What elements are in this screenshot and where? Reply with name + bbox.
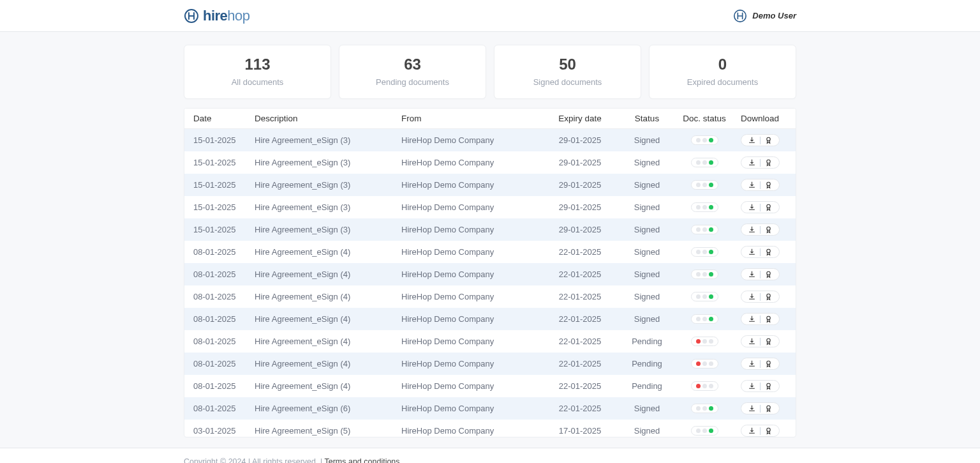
svg-point-10 [766, 316, 769, 319]
col-header-status[interactable]: Status [618, 114, 676, 123]
table-row[interactable]: 03-01-2025 Hire Agreement_eSign (5) Hire… [184, 420, 796, 437]
download-button[interactable] [741, 246, 780, 258]
col-header-date[interactable]: Date [193, 114, 255, 123]
brand-logo[interactable]: hirehop [184, 8, 250, 24]
cell-description: Hire Agreement_eSign (5) [255, 426, 401, 436]
col-header-description[interactable]: Description [255, 114, 401, 123]
download-button[interactable] [741, 380, 780, 392]
table-row[interactable]: 08-01-2025 Hire Agreement_eSign (4) Hire… [184, 330, 796, 353]
table-row[interactable]: 08-01-2025 Hire Agreement_eSign (6) Hire… [184, 397, 796, 420]
download-button[interactable] [741, 291, 780, 303]
table-row[interactable]: 15-01-2025 Hire Agreement_eSign (3) Hire… [184, 218, 796, 241]
cell-from: HireHop Demo Company [401, 337, 542, 346]
svg-point-14 [766, 406, 769, 409]
cell-date: 03-01-2025 [193, 426, 255, 436]
cell-date: 15-01-2025 [193, 180, 255, 190]
cell-docstatus [676, 404, 733, 413]
download-button[interactable] [741, 335, 780, 347]
stat-card[interactable]: 0 Expired documents [649, 45, 796, 99]
svg-point-6 [766, 227, 769, 230]
download-button[interactable] [741, 224, 780, 236]
cell-status: Signed [618, 404, 676, 413]
col-header-docstatus[interactable]: Doc. status [676, 114, 733, 123]
table-row[interactable]: 08-01-2025 Hire Agreement_eSign (4) Hire… [184, 375, 796, 397]
cell-status: Signed [618, 135, 676, 145]
stat-card[interactable]: 113 All documents [184, 45, 331, 99]
col-header-expiry[interactable]: Expiry date [542, 114, 618, 123]
cell-description: Hire Agreement_eSign (3) [255, 180, 401, 190]
cell-status: Signed [618, 426, 676, 436]
certificate-icon [764, 360, 773, 368]
status-dots [691, 292, 718, 301]
svg-point-15 [766, 428, 769, 431]
table-row[interactable]: 15-01-2025 Hire Agreement_eSign (3) Hire… [184, 129, 796, 151]
status-dots [691, 314, 718, 324]
user-name: Demo User [752, 11, 796, 20]
stat-value: 50 [501, 56, 634, 73]
terms-link[interactable]: Terms and conditions [324, 457, 399, 463]
cell-date: 08-01-2025 [193, 404, 255, 413]
download-icon [748, 203, 756, 211]
download-button[interactable] [741, 201, 780, 213]
table-row[interactable]: 08-01-2025 Hire Agreement_eSign (4) Hire… [184, 353, 796, 375]
table-row[interactable]: 08-01-2025 Hire Agreement_eSign (4) Hire… [184, 285, 796, 308]
svg-point-12 [766, 361, 769, 364]
cell-docstatus [676, 381, 733, 391]
cell-status: Pending [618, 337, 676, 346]
download-button[interactable] [741, 402, 780, 414]
table-row[interactable]: 08-01-2025 Hire Agreement_eSign (4) Hire… [184, 241, 796, 263]
cell-date: 15-01-2025 [193, 225, 255, 234]
cell-from: HireHop Demo Company [401, 225, 542, 234]
table-row[interactable]: 15-01-2025 Hire Agreement_eSign (3) Hire… [184, 174, 796, 196]
download-icon [748, 292, 756, 301]
download-button[interactable] [741, 134, 780, 146]
certificate-icon [764, 136, 773, 144]
stat-label: All documents [191, 77, 324, 87]
cell-description: Hire Agreement_eSign (4) [255, 314, 401, 324]
download-icon [748, 360, 756, 368]
certificate-icon [764, 248, 773, 256]
col-header-from[interactable]: From [401, 114, 542, 123]
table-row[interactable]: 08-01-2025 Hire Agreement_eSign (4) Hire… [184, 263, 796, 285]
footer-copyright: Copyright © 2024 | All rights reserved. … [184, 457, 324, 463]
download-button[interactable] [741, 358, 780, 370]
table-row[interactable]: 15-01-2025 Hire Agreement_eSign (3) Hire… [184, 151, 796, 174]
cell-status: Signed [618, 292, 676, 301]
certificate-icon [764, 158, 773, 167]
download-icon [748, 248, 756, 256]
user-avatar-icon [733, 9, 747, 23]
stat-value: 0 [656, 56, 789, 73]
cell-docstatus [676, 426, 733, 436]
cell-date: 08-01-2025 [193, 381, 255, 391]
cell-status: Signed [618, 269, 676, 279]
download-button[interactable] [741, 313, 780, 325]
stat-card[interactable]: 63 Pending documents [339, 45, 486, 99]
download-button[interactable] [741, 156, 780, 169]
documents-table: Date Description From Expiry date Status… [184, 108, 796, 437]
certificate-icon [764, 404, 773, 413]
cell-from: HireHop Demo Company [401, 135, 542, 145]
cell-status: Pending [618, 381, 676, 391]
cell-docstatus [676, 337, 733, 346]
stat-card[interactable]: 50 Signed documents [494, 45, 641, 99]
cell-from: HireHop Demo Company [401, 158, 542, 167]
download-button[interactable] [741, 425, 780, 437]
app-header: hirehop Demo User [0, 0, 980, 32]
col-header-download[interactable]: Download [733, 114, 787, 123]
status-dots [691, 426, 718, 436]
table-body[interactable]: 15-01-2025 Hire Agreement_eSign (3) Hire… [184, 129, 796, 437]
cell-date: 08-01-2025 [193, 314, 255, 324]
status-dots [691, 180, 718, 190]
download-button[interactable] [741, 179, 780, 191]
download-icon [748, 136, 756, 144]
user-menu[interactable]: Demo User [733, 9, 796, 23]
status-dots [691, 381, 718, 391]
cell-description: Hire Agreement_eSign (4) [255, 381, 401, 391]
cell-description: Hire Agreement_eSign (3) [255, 135, 401, 145]
table-row[interactable]: 08-01-2025 Hire Agreement_eSign (4) Hire… [184, 308, 796, 330]
status-dots [691, 202, 718, 212]
download-icon [748, 382, 756, 390]
table-row[interactable]: 15-01-2025 Hire Agreement_eSign (3) Hire… [184, 196, 796, 218]
download-button[interactable] [741, 268, 780, 280]
status-dots [691, 337, 718, 346]
